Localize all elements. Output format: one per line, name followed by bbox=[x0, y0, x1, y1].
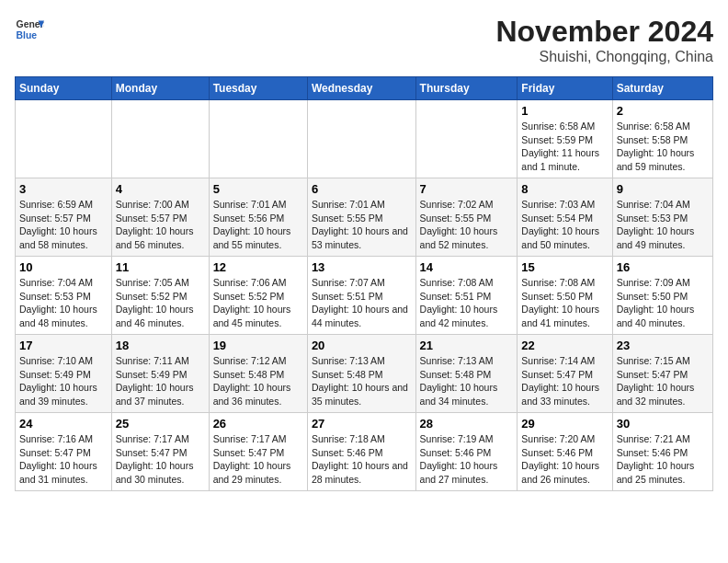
day-info: Sunrise: 7:03 AM Sunset: 5:54 PM Dayligh… bbox=[521, 198, 608, 252]
day-number: 7 bbox=[420, 182, 514, 196]
day-number: 2 bbox=[617, 104, 709, 118]
day-info: Sunrise: 7:16 AM Sunset: 5:47 PM Dayligh… bbox=[19, 432, 108, 487]
day-number: 10 bbox=[19, 260, 108, 274]
day-number: 20 bbox=[312, 339, 412, 352]
day-info: Sunrise: 7:14 AM Sunset: 5:47 PM Dayligh… bbox=[521, 354, 608, 408]
day-number: 19 bbox=[213, 339, 303, 352]
day-number: 17 bbox=[19, 339, 108, 352]
page-header: General Blue November 2024 Shuishi, Chon… bbox=[15, 15, 713, 65]
calendar-cell: 27Sunrise: 7:18 AM Sunset: 5:46 PM Dayli… bbox=[307, 413, 415, 491]
day-info: Sunrise: 7:04 AM Sunset: 5:53 PM Dayligh… bbox=[19, 276, 108, 330]
day-number: 1 bbox=[521, 104, 608, 118]
calendar-cell: 11Sunrise: 7:05 AM Sunset: 5:52 PM Dayli… bbox=[111, 257, 209, 335]
calendar-cell: 7Sunrise: 7:02 AM Sunset: 5:55 PM Daylig… bbox=[415, 178, 518, 257]
day-info: Sunrise: 7:06 AM Sunset: 5:52 PM Dayligh… bbox=[213, 276, 303, 330]
calendar-title-block: November 2024 Shuishi, Chongqing, China bbox=[495, 15, 713, 65]
day-info: Sunrise: 7:01 AM Sunset: 5:56 PM Dayligh… bbox=[213, 198, 303, 252]
day-info: Sunrise: 7:20 AM Sunset: 5:46 PM Dayligh… bbox=[521, 432, 608, 487]
calendar-cell: 9Sunrise: 7:04 AM Sunset: 5:53 PM Daylig… bbox=[612, 178, 712, 257]
day-info: Sunrise: 7:09 AM Sunset: 5:50 PM Dayligh… bbox=[617, 276, 709, 330]
day-info: Sunrise: 7:19 AM Sunset: 5:46 PM Dayligh… bbox=[420, 432, 514, 487]
calendar-cell: 29Sunrise: 7:20 AM Sunset: 5:46 PM Dayli… bbox=[518, 413, 612, 491]
calendar-cell bbox=[16, 100, 112, 178]
day-info: Sunrise: 7:05 AM Sunset: 5:52 PM Dayligh… bbox=[116, 276, 205, 330]
calendar-cell: 24Sunrise: 7:16 AM Sunset: 5:47 PM Dayli… bbox=[16, 413, 112, 491]
calendar-cell bbox=[307, 100, 415, 178]
calendar-week-row: 10Sunrise: 7:04 AM Sunset: 5:53 PM Dayli… bbox=[16, 257, 713, 335]
calendar-week-row: 17Sunrise: 7:10 AM Sunset: 5:49 PM Dayli… bbox=[16, 335, 713, 413]
weekday-header-thursday: Thursday bbox=[415, 77, 518, 100]
svg-text:Blue: Blue bbox=[17, 30, 38, 40]
calendar-cell: 30Sunrise: 7:21 AM Sunset: 5:46 PM Dayli… bbox=[612, 413, 712, 491]
day-number: 22 bbox=[521, 339, 608, 352]
day-info: Sunrise: 7:07 AM Sunset: 5:51 PM Dayligh… bbox=[312, 276, 412, 330]
calendar-cell: 16Sunrise: 7:09 AM Sunset: 5:50 PM Dayli… bbox=[612, 257, 712, 335]
calendar-cell: 19Sunrise: 7:12 AM Sunset: 5:48 PM Dayli… bbox=[209, 335, 307, 413]
day-info: Sunrise: 6:59 AM Sunset: 5:57 PM Dayligh… bbox=[19, 198, 108, 252]
weekday-header-monday: Monday bbox=[111, 77, 209, 100]
day-info: Sunrise: 7:18 AM Sunset: 5:46 PM Dayligh… bbox=[312, 432, 412, 487]
calendar-cell: 3Sunrise: 6:59 AM Sunset: 5:57 PM Daylig… bbox=[16, 178, 112, 257]
calendar-week-row: 3Sunrise: 6:59 AM Sunset: 5:57 PM Daylig… bbox=[16, 178, 713, 257]
day-number: 11 bbox=[116, 260, 205, 274]
calendar-week-row: 24Sunrise: 7:16 AM Sunset: 5:47 PM Dayli… bbox=[16, 413, 713, 491]
day-number: 29 bbox=[521, 417, 608, 431]
calendar-week-row: 1Sunrise: 6:58 AM Sunset: 5:59 PM Daylig… bbox=[16, 100, 713, 178]
day-number: 9 bbox=[617, 182, 709, 196]
day-number: 6 bbox=[312, 182, 412, 196]
day-number: 30 bbox=[617, 417, 709, 431]
calendar-cell: 2Sunrise: 6:58 AM Sunset: 5:58 PM Daylig… bbox=[612, 100, 712, 178]
calendar-cell: 13Sunrise: 7:07 AM Sunset: 5:51 PM Dayli… bbox=[307, 257, 415, 335]
calendar-title: November 2024 bbox=[495, 15, 713, 49]
day-number: 8 bbox=[521, 182, 608, 196]
day-info: Sunrise: 7:17 AM Sunset: 5:47 PM Dayligh… bbox=[116, 432, 205, 487]
day-number: 27 bbox=[312, 417, 412, 431]
day-info: Sunrise: 7:00 AM Sunset: 5:57 PM Dayligh… bbox=[116, 198, 205, 252]
calendar-cell: 8Sunrise: 7:03 AM Sunset: 5:54 PM Daylig… bbox=[518, 178, 612, 257]
day-info: Sunrise: 6:58 AM Sunset: 5:58 PM Dayligh… bbox=[617, 120, 709, 174]
weekday-header-friday: Friday bbox=[518, 77, 612, 100]
calendar-cell: 22Sunrise: 7:14 AM Sunset: 5:47 PM Dayli… bbox=[518, 335, 612, 413]
calendar-cell: 28Sunrise: 7:19 AM Sunset: 5:46 PM Dayli… bbox=[415, 413, 518, 491]
calendar-subtitle: Shuishi, Chongqing, China bbox=[495, 49, 713, 65]
calendar-cell: 10Sunrise: 7:04 AM Sunset: 5:53 PM Dayli… bbox=[16, 257, 112, 335]
calendar-cell bbox=[209, 100, 307, 178]
logo: General Blue bbox=[15, 15, 44, 44]
day-info: Sunrise: 7:21 AM Sunset: 5:46 PM Dayligh… bbox=[617, 432, 709, 487]
day-info: Sunrise: 7:02 AM Sunset: 5:55 PM Dayligh… bbox=[420, 198, 514, 252]
calendar-cell: 25Sunrise: 7:17 AM Sunset: 5:47 PM Dayli… bbox=[111, 413, 209, 491]
day-number: 14 bbox=[420, 260, 514, 274]
calendar-cell: 6Sunrise: 7:01 AM Sunset: 5:55 PM Daylig… bbox=[307, 178, 415, 257]
calendar-cell: 1Sunrise: 6:58 AM Sunset: 5:59 PM Daylig… bbox=[518, 100, 612, 178]
calendar-cell bbox=[415, 100, 518, 178]
day-number: 12 bbox=[213, 260, 303, 274]
weekday-header-tuesday: Tuesday bbox=[209, 77, 307, 100]
day-number: 21 bbox=[420, 339, 514, 352]
day-number: 13 bbox=[312, 260, 412, 274]
day-info: Sunrise: 7:08 AM Sunset: 5:50 PM Dayligh… bbox=[521, 276, 608, 330]
logo-icon: General Blue bbox=[15, 15, 44, 44]
day-info: Sunrise: 7:04 AM Sunset: 5:53 PM Dayligh… bbox=[617, 198, 709, 252]
calendar-cell: 23Sunrise: 7:15 AM Sunset: 5:47 PM Dayli… bbox=[612, 335, 712, 413]
day-number: 26 bbox=[213, 417, 303, 431]
day-info: Sunrise: 7:15 AM Sunset: 5:47 PM Dayligh… bbox=[617, 354, 709, 408]
day-number: 23 bbox=[617, 339, 709, 352]
calendar-cell: 4Sunrise: 7:00 AM Sunset: 5:57 PM Daylig… bbox=[111, 178, 209, 257]
weekday-header-saturday: Saturday bbox=[612, 77, 712, 100]
day-info: Sunrise: 7:08 AM Sunset: 5:51 PM Dayligh… bbox=[420, 276, 514, 330]
day-number: 16 bbox=[617, 260, 709, 274]
day-info: Sunrise: 7:01 AM Sunset: 5:55 PM Dayligh… bbox=[312, 198, 412, 252]
calendar-cell: 20Sunrise: 7:13 AM Sunset: 5:48 PM Dayli… bbox=[307, 335, 415, 413]
day-info: Sunrise: 6:58 AM Sunset: 5:59 PM Dayligh… bbox=[521, 120, 608, 174]
calendar-cell: 18Sunrise: 7:11 AM Sunset: 5:49 PM Dayli… bbox=[111, 335, 209, 413]
day-number: 24 bbox=[19, 417, 108, 431]
day-info: Sunrise: 7:10 AM Sunset: 5:49 PM Dayligh… bbox=[19, 354, 108, 408]
calendar-cell: 15Sunrise: 7:08 AM Sunset: 5:50 PM Dayli… bbox=[518, 257, 612, 335]
weekday-header-row: SundayMondayTuesdayWednesdayThursdayFrid… bbox=[16, 77, 713, 100]
day-info: Sunrise: 7:11 AM Sunset: 5:49 PM Dayligh… bbox=[116, 354, 205, 408]
day-info: Sunrise: 7:13 AM Sunset: 5:48 PM Dayligh… bbox=[420, 354, 514, 408]
weekday-header-sunday: Sunday bbox=[16, 77, 112, 100]
day-number: 18 bbox=[116, 339, 205, 352]
day-number: 28 bbox=[420, 417, 514, 431]
day-info: Sunrise: 7:12 AM Sunset: 5:48 PM Dayligh… bbox=[213, 354, 303, 408]
